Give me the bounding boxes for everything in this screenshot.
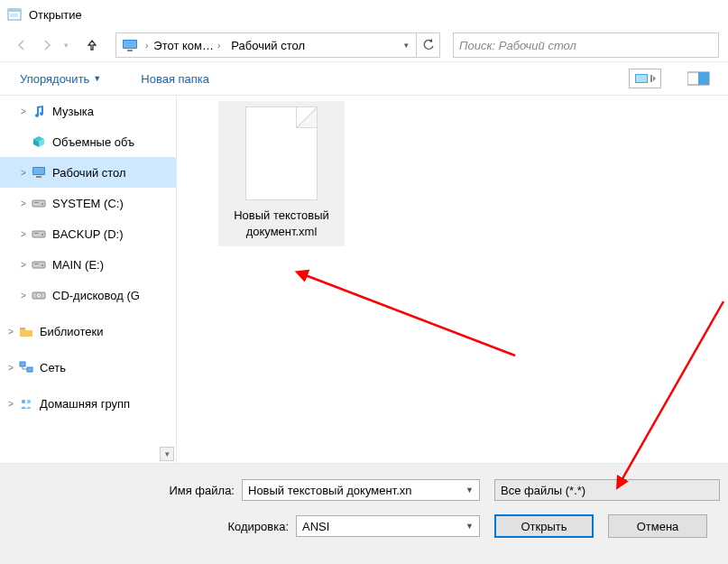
breadcrumb-label: Этот ком… (153, 39, 214, 52)
new-folder-label: Новая папка (141, 72, 209, 86)
breadcrumb-label: Рабочий стол (231, 39, 305, 52)
tree-item[interactable]: >MAIN (E:) (0, 249, 176, 280)
bottom-panel: Имя файла: Новый текстовый документ.xn ▼… (0, 463, 728, 564)
refresh-button[interactable] (416, 33, 439, 57)
filename-value: Новый текстовый документ.xn (248, 484, 460, 497)
expand-icon[interactable]: > (18, 168, 29, 178)
expand-icon[interactable]: > (18, 229, 29, 239)
file-filter-value: Все файлы (*.*) (501, 484, 714, 497)
svg-point-22 (41, 264, 43, 266)
breadcrumb-this-pc[interactable]: Этот ком…› (148, 33, 226, 57)
cancel-button-label: Отмена (637, 520, 679, 533)
file-icon (245, 106, 318, 200)
encoding-label: Кодировка: (0, 520, 296, 533)
address-bar[interactable]: › Этот ком…› Рабочий стол ▾ (115, 32, 440, 58)
chevron-down-icon: ▼ (93, 74, 101, 83)
tree-item[interactable]: >Рабочий стол (0, 157, 176, 188)
net-icon (18, 359, 34, 375)
svg-rect-13 (33, 168, 44, 174)
drive-icon (31, 226, 47, 242)
organize-menu[interactable]: Упорядочить▼ (13, 69, 108, 89)
file-item[interactable]: Новый текстовый документ.xml (218, 101, 345, 246)
cd-icon (31, 287, 47, 303)
tree-item-label: Домашняя групп (40, 397, 130, 411)
tree-item-label: Объемные объ (52, 135, 134, 149)
svg-point-16 (41, 203, 43, 205)
tree-item-label: Музыка (52, 105, 94, 118)
tree-item[interactable]: >CD-дисковод (G (0, 280, 176, 310)
file-filter-combo[interactable]: Все файлы (*.*) (494, 479, 720, 501)
svg-rect-11 (698, 72, 709, 85)
view-mode-button[interactable] (629, 69, 661, 88)
window-title: Открытие (29, 8, 82, 22)
svg-rect-15 (32, 200, 45, 207)
tree-item[interactable]: >Домашняя групп (0, 388, 176, 419)
svg-rect-17 (34, 202, 39, 203)
tree-item-label: Сеть (40, 361, 66, 374)
up-button[interactable] (79, 32, 105, 58)
expand-icon[interactable]: > (5, 327, 16, 337)
toolbar: Упорядочить▼ Новая папка (0, 61, 728, 96)
svg-point-26 (38, 295, 40, 297)
tree-item[interactable]: >Библиотеки (0, 316, 176, 347)
navigation-tree[interactable]: >МузыкаОбъемные объ>Рабочий стол>SYSTEM … (0, 96, 177, 463)
svg-rect-23 (34, 264, 39, 264)
filename-combo[interactable]: Новый текстовый документ.xn ▼ (242, 479, 480, 501)
svg-rect-28 (20, 362, 25, 366)
tree-item-label: CD-дисковод (G (52, 289, 140, 302)
search-input[interactable]: Поиск: Рабочий стол (453, 32, 719, 58)
tree-item[interactable]: >SYSTEM (C:) (0, 188, 176, 218)
expand-icon[interactable]: > (18, 291, 29, 300)
svg-rect-1 (8, 9, 21, 12)
tree-item-label: SYSTEM (C:) (52, 197, 124, 210)
search-placeholder: Поиск: Рабочий стол (459, 39, 576, 52)
pc-icon (122, 39, 138, 51)
chevron-right-icon: › (217, 41, 220, 51)
expand-icon[interactable]: > (18, 199, 29, 208)
expand-icon[interactable]: > (18, 106, 29, 116)
svg-point-31 (27, 400, 31, 403)
encoding-combo[interactable]: ANSI ▼ (296, 515, 480, 537)
drive-icon (31, 256, 47, 273)
title-bar: Открытие (0, 0, 728, 29)
back-button[interactable] (9, 32, 34, 58)
file-list[interactable]: Новый текстовый документ.xml (177, 96, 728, 463)
svg-rect-9 (650, 75, 652, 82)
breadcrumb-desktop[interactable]: Рабочий стол (226, 33, 310, 57)
recent-dropdown[interactable]: ▾ (60, 32, 72, 58)
tree-item-label: BACKUP (D:) (52, 227, 124, 241)
expand-icon[interactable]: > (18, 260, 29, 270)
music-icon (31, 103, 47, 119)
tree-item[interactable]: >Музыка (0, 96, 176, 126)
cancel-button[interactable]: Отмена (608, 514, 707, 538)
filename-label: Имя файла: (0, 484, 242, 497)
open-button-label: Открыть (521, 520, 567, 533)
tree-item-label: MAIN (E:) (52, 258, 104, 272)
file-name: Новый текстовый документ.xml (222, 208, 341, 239)
forward-button[interactable] (34, 32, 60, 58)
drive-icon (31, 195, 47, 211)
preview-pane-button[interactable] (683, 69, 715, 88)
tree-item-label: Рабочий стол (52, 166, 126, 180)
svg-line-32 (303, 274, 515, 356)
chevron-down-icon: ▼ (465, 522, 474, 531)
tree-item[interactable]: >Сеть (0, 352, 176, 383)
svg-rect-14 (36, 176, 41, 178)
annotation-arrow-1 (294, 267, 529, 366)
svg-rect-20 (34, 233, 39, 234)
tree-item[interactable]: >BACKUP (D:) (0, 218, 176, 249)
svg-rect-8 (636, 75, 647, 82)
expand-icon[interactable]: > (5, 363, 16, 373)
nav-bar: ▾ › Этот ком…› Рабочий стол ▾ Поиск: Раб… (0, 29, 728, 61)
scroll-down-button[interactable]: ▾ (160, 447, 174, 461)
tree-item-label: Библиотеки (40, 325, 103, 338)
expand-icon[interactable]: > (5, 399, 16, 409)
new-folder-button[interactable]: Новая папка (134, 69, 217, 89)
svg-rect-5 (124, 41, 136, 48)
desktop-icon (31, 164, 47, 180)
open-button[interactable]: Открыть (494, 514, 594, 538)
main-area: >МузыкаОбъемные объ>Рабочий стол>SYSTEM … (0, 96, 728, 463)
address-history-dropdown[interactable]: ▾ (396, 33, 416, 57)
app-icon (7, 7, 22, 22)
tree-item[interactable]: Объемные объ (0, 126, 176, 157)
